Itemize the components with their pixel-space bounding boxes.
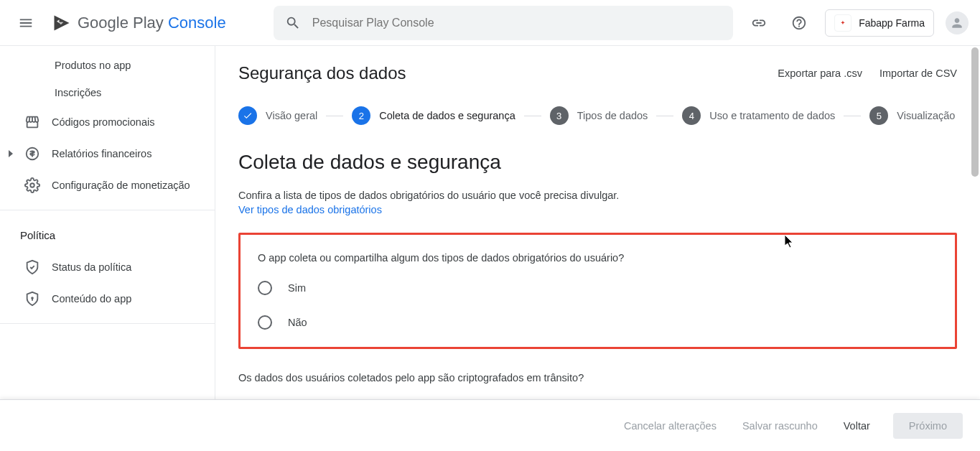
- scrollbar-thumb[interactable]: [971, 47, 979, 177]
- section-description: Confira a lista de tipos de dados obriga…: [238, 190, 957, 201]
- radio-icon: [258, 281, 272, 295]
- step-label: Uso e tratamento de dados: [709, 110, 835, 121]
- link-button[interactable]: [745, 9, 773, 37]
- hamburger-icon: [18, 15, 34, 31]
- page-actions: Exportar para .csv Importar de CSV: [778, 68, 957, 79]
- step-circle-pending: 3: [550, 106, 569, 125]
- question-1-text: O app coleta ou compartilha algum dos ti…: [258, 252, 938, 264]
- top-header: Google Play Console ✦ Fabapp Farma: [0, 0, 980, 46]
- play-console-logo[interactable]: Google Play Console: [52, 13, 226, 33]
- divider: [0, 323, 215, 324]
- sidebar-item-label: Relatórios financeiros: [52, 148, 151, 159]
- gear-icon: [24, 177, 40, 193]
- paid-icon: [24, 146, 40, 162]
- cancel-changes-button[interactable]: Cancelar alterações: [621, 413, 719, 439]
- sidebar-item-label: Conteúdo do app: [52, 293, 131, 304]
- svg-point-1: [30, 183, 34, 187]
- divider: [0, 210, 215, 210]
- step-connector: [524, 116, 541, 116]
- step-label: Visualização: [897, 110, 955, 121]
- header-actions: ✦ Fabapp Farma: [745, 9, 969, 37]
- required-datatypes-link[interactable]: Ver tipos de dados obrigatórios: [238, 204, 382, 215]
- sidebar-item-products[interactable]: Produtos no app: [0, 52, 215, 79]
- step-connector: [326, 116, 343, 116]
- sidebar-item-monetization-config[interactable]: Configuração de monetização: [0, 169, 215, 201]
- sidebar-item-label: Configuração de monetização: [52, 180, 190, 191]
- content-area: Segurança dos dados Exportar para .csv I…: [215, 46, 980, 399]
- link-icon: [751, 15, 767, 31]
- sidebar-item-policy-status[interactable]: Status da política: [0, 251, 215, 283]
- app-name-label: Fabapp Farma: [859, 17, 925, 29]
- step-overview[interactable]: Visão geral: [238, 106, 317, 125]
- step-label: Coleta de dados e segurança: [379, 110, 515, 121]
- search-box[interactable]: [274, 6, 733, 40]
- sidebar: Produtos no app Inscrições Códigos promo…: [0, 46, 215, 399]
- import-csv-link[interactable]: Importar de CSV: [879, 68, 957, 79]
- svg-point-2: [32, 297, 33, 299]
- step-preview[interactable]: 5 Visualização: [869, 106, 955, 125]
- step-collection[interactable]: 2 Coleta de dados e segurança: [352, 106, 515, 125]
- radio-option-no[interactable]: Não: [258, 315, 938, 330]
- back-button[interactable]: Voltar: [841, 413, 873, 439]
- step-connector: [844, 116, 861, 116]
- sidebar-item-label: Códigos promocionais: [52, 116, 154, 128]
- question-2-text: Os dados dos usuários coletados pelo app…: [238, 372, 957, 383]
- logo-text: Google Play Console: [78, 14, 226, 32]
- step-connector: [656, 116, 673, 116]
- shield-check-icon: [24, 259, 40, 275]
- sidebar-item-promo-codes[interactable]: Códigos promocionais: [0, 106, 215, 138]
- radio-icon: [258, 315, 272, 330]
- radio-label: Não: [288, 317, 307, 328]
- step-circle-active: 2: [352, 106, 370, 125]
- person-icon: [950, 16, 964, 30]
- help-icon: [791, 15, 807, 31]
- save-draft-button[interactable]: Salvar rascunho: [739, 413, 821, 439]
- main-layout: Produtos no app Inscrições Códigos promo…: [0, 46, 980, 399]
- step-circle-pending: 4: [682, 106, 701, 125]
- play-icon: [52, 13, 72, 33]
- user-avatar[interactable]: [946, 11, 969, 34]
- storefront-icon: [24, 114, 40, 130]
- help-button[interactable]: [785, 9, 813, 37]
- step-circle-done: [238, 106, 257, 125]
- sidebar-item-label: Status da política: [52, 261, 131, 273]
- question-box-highlighted: O app coleta ou compartilha algum dos ti…: [238, 233, 957, 349]
- step-label: Visão geral: [266, 110, 317, 121]
- step-usage[interactable]: 4 Uso e tratamento de dados: [682, 106, 835, 125]
- page-header: Segurança dos dados Exportar para .csv I…: [238, 63, 957, 83]
- export-csv-link[interactable]: Exportar para .csv: [778, 68, 862, 79]
- shield-icon: [24, 291, 40, 307]
- radio-option-yes[interactable]: Sim: [258, 281, 938, 295]
- check-icon: [243, 111, 253, 121]
- sidebar-item-financial-reports[interactable]: Relatórios financeiros: [0, 138, 215, 169]
- section-title: Coleta de dados e segurança: [238, 151, 957, 174]
- search-input[interactable]: [312, 17, 722, 29]
- step-data-types[interactable]: 3 Tipos de dados: [550, 106, 648, 125]
- sidebar-section-policy: Política: [0, 219, 215, 251]
- sidebar-item-subscriptions[interactable]: Inscrições: [0, 79, 215, 106]
- step-label: Tipos de dados: [577, 110, 648, 121]
- app-icon: ✦: [834, 14, 851, 32]
- sidebar-item-app-content[interactable]: Conteúdo do app: [0, 283, 215, 315]
- sidebar-item-label: Produtos no app: [55, 60, 131, 71]
- step-circle-pending: 5: [869, 106, 888, 125]
- menu-button[interactable]: [11, 9, 40, 37]
- stepper: Visão geral 2 Coleta de dados e seguranç…: [238, 103, 957, 128]
- sidebar-item-label: Inscrições: [55, 87, 101, 98]
- next-button[interactable]: Próximo: [893, 413, 963, 439]
- page-title: Segurança dos dados: [238, 63, 406, 83]
- radio-label: Sim: [288, 282, 306, 294]
- app-selector[interactable]: ✦ Fabapp Farma: [825, 9, 934, 37]
- search-icon: [285, 15, 301, 31]
- footer-actions: Cancelar alterações Salvar rascunho Volt…: [0, 399, 980, 451]
